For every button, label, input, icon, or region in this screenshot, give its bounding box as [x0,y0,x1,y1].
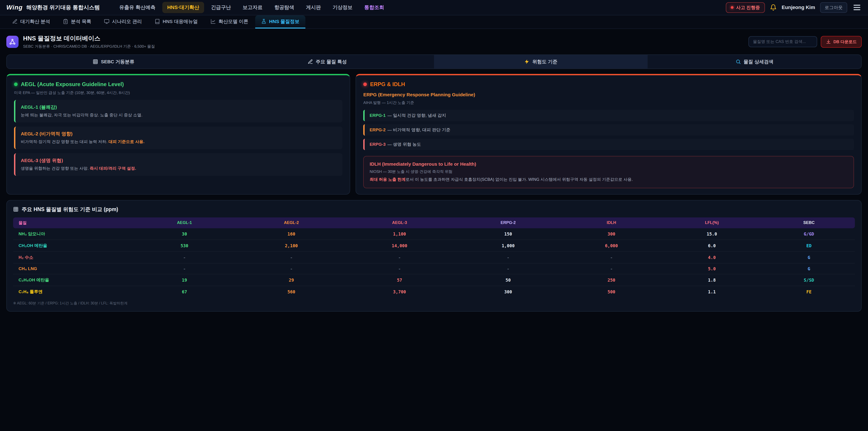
nav-item-8[interactable]: 통합조회 [359,2,389,13]
erpg-level-3: ERPG-3 — 생명 위협 농도 [363,139,854,150]
nav-item-4[interactable]: 보고자료 [238,2,268,13]
erpg-level-text: — 생명 위협 농도 [388,142,421,147]
nav-item-5[interactable]: 항공탐색 [269,2,299,13]
book-icon [155,19,160,24]
nav-item-2[interactable]: HNS·대기확산 [162,2,204,13]
table-footnote: ※ AEGL: 60분 기준 / ERPG: 1시간 노출 / IDLH: 30… [13,301,855,306]
aegl-item-1: AEGL-1 (불쾌감)눈에 띄는 불쾌감, 자극 또는 비감각적 증상. 노출… [14,100,342,123]
value-cell: 3,700 [345,286,454,298]
idlh-subtitle: NIOSH — 30분 노출 시 생명·건강에 즉각적 위험 [370,169,848,174]
nav-item-7[interactable]: 기상정보 [328,2,358,13]
aegl-item-desc: 비가역적·장기적 건강 영향 또는 대피 능력 저하. 대피 기준으로 사용. [21,139,337,145]
column-header-6: IDLH [562,217,661,228]
column-header-1: 물질 [13,217,131,228]
nav-item-1[interactable]: 유출유 확산예측 [114,2,160,13]
section-tab-1[interactable]: SEBC 거동분류 [7,55,220,68]
idlh-description: 최대 허용 노출 한계로서 이 농도를 초과하면 자급식 호흡장치(SCBA) … [370,177,848,183]
download-icon [826,39,831,44]
hamburger-menu-icon[interactable] [852,3,862,11]
table-header-row: 물질AEGL-1AEGL-2AEGL-3ERPG-2IDLHLFL(%)SEBC [13,217,855,228]
subtab-5[interactable]: 확산모델 이론 [205,16,254,29]
value-cell: 4.0 [661,251,763,263]
column-header-7: LFL(%) [661,217,763,228]
logout-button[interactable]: 로그아웃 [820,2,847,13]
db-download-label: DB 다운로드 [833,39,857,44]
value-cell: 50 [454,274,562,286]
erpg-level-label: ERPG-1 [370,113,385,118]
aegl-panel-title: AEGL (Acute Exposure Guideline Level) [14,81,342,88]
app-root: Wing 해양환경 위기대응 통합시스템 유출유 확산예측HNS·대기확산긴급구… [0,0,868,431]
pencil-icon [308,59,313,64]
db-download-button[interactable]: DB 다운로드 [821,36,862,48]
flask-icon [261,19,267,24]
column-header-4: AEGL-3 [345,217,454,228]
value-cell: G [763,251,855,263]
incident-badge[interactable]: 사고 진행중 [726,2,765,13]
section-tabs: SEBC 거동분류주요 물질 특성위험도 기준물질 상세검색 [6,55,862,69]
column-header-5: ERPG-2 [454,217,562,228]
value-cell: - [454,251,562,263]
subtab-6[interactable]: HNS 물질정보 [255,16,305,29]
substance-cell: CH₄ LNG [13,263,131,274]
value-cell: S/SD [763,274,855,286]
wing-logo: Wing [6,4,23,11]
substance-search-input[interactable] [748,36,817,47]
nav-item-6[interactable]: 게시판 [301,2,326,13]
substance-cell: CH₃OH 메탄올 [13,240,131,251]
section-tab-3[interactable]: 위험도 기준 [434,55,648,68]
table-grid-icon [13,207,19,212]
substance-cell: C₂H₅OH 에탄올 [13,274,131,286]
subtab-label: HNS 대응매뉴얼 [163,18,198,25]
erpg-panel-title: ERPG & IDLH [363,81,854,88]
hns-comparison-table: 물질AEGL-1AEGL-2AEGL-3ERPG-2IDLHLFL(%)SEBC… [13,217,855,298]
value-cell: 2,100 [238,240,345,251]
section-tab-4[interactable]: 물질 상세검색 [648,55,861,68]
table-row: H₂ 수소-----4.0G [13,251,855,263]
table-row: NH₃ 암모니아301601,10015030015.0G/GD [13,228,855,240]
aegl-item-emphasis: 즉시 대피/격리 구역 설정. [90,166,136,171]
green-dot-icon [14,83,18,86]
subtab-2[interactable]: 분석 목록 [57,16,97,29]
erpg-level-2: ERPG-2 — 비가역적 영향, 대피 판단 기준 [363,124,854,135]
erpg-heading: ERPG (Emergency Response Planning Guidel… [363,92,854,97]
substance-cell: NH₃ 암모니아 [13,228,131,240]
value-cell: 300 [562,228,661,240]
value-cell: 530 [131,240,238,251]
subtab-3[interactable]: 시나리오 관리 [98,16,148,29]
column-header-2: AEGL-1 [131,217,238,228]
aegl-item-title: AEGL-1 (불쾌감) [21,104,337,110]
erpg-idlh-panel: ERPG & IDLH ERPG (Emergency Response Pla… [355,74,862,194]
subtab-label: 대기확산 분석 [20,18,50,25]
aegl-item-3: AEGL-3 (생명 위협)생명을 위협하는 건강 영향 또는 사망. 즉시 대… [14,153,342,176]
value-cell: - [238,251,345,263]
topbar-right: 사고 진행중 Eunjeong Kim 로그아웃 [726,2,862,13]
clipboard-icon [63,19,68,24]
value-cell: 6.0 [661,240,763,251]
aegl-list: AEGL-1 (불쾌감)눈에 띄는 불쾌감, 자극 또는 비감각적 증상. 노출… [14,100,342,176]
subtab-label: 확산모델 이론 [219,18,248,25]
value-cell: 67 [131,286,238,298]
bell-icon[interactable] [770,4,777,11]
value-cell: - [345,251,454,263]
user-name: Eunjeong Kim [782,4,815,10]
subtab-bar: 대기확산 분석분석 목록시나리오 관리HNS 대응매뉴얼확산모델 이론HNS 물… [0,16,868,29]
value-cell: 150 [454,228,562,240]
subtab-1[interactable]: 대기확산 분석 [6,16,56,29]
value-cell: 300 [454,286,562,298]
section-tab-label: 주요 물질 특성 [316,59,347,65]
value-cell: 15.0 [661,228,763,240]
erpg-level-label: ERPG-3 [370,142,385,147]
chart-icon [211,19,216,24]
comparison-table-title: 주요 HNS 물질별 위험도 기준 비교 (ppm) [13,206,855,213]
section-tab-2[interactable]: 주요 물질 특성 [220,55,434,68]
panels-row: AEGL (Acute Exposure Guideline Level) 미국… [6,74,862,194]
pencil-icon [12,19,18,24]
nav-item-3[interactable]: 긴급구난 [206,2,236,13]
idlh-emphasis: 최대 허용 노출 한계 [370,177,405,182]
table-row: C₂H₅OH 에탄올192957502501.8S/SD [13,274,855,286]
comparison-table-title-text: 주요 HNS 물질별 위험도 기준 비교 (ppm) [22,206,118,213]
value-cell: 30 [131,228,238,240]
topbar: Wing 해양환경 위기대응 통합시스템 유출유 확산예측HNS·대기확산긴급구… [0,0,868,16]
subtab-4[interactable]: HNS 대응매뉴얼 [149,16,204,29]
brand[interactable]: Wing 해양환경 위기대응 통합시스템 [6,4,100,11]
